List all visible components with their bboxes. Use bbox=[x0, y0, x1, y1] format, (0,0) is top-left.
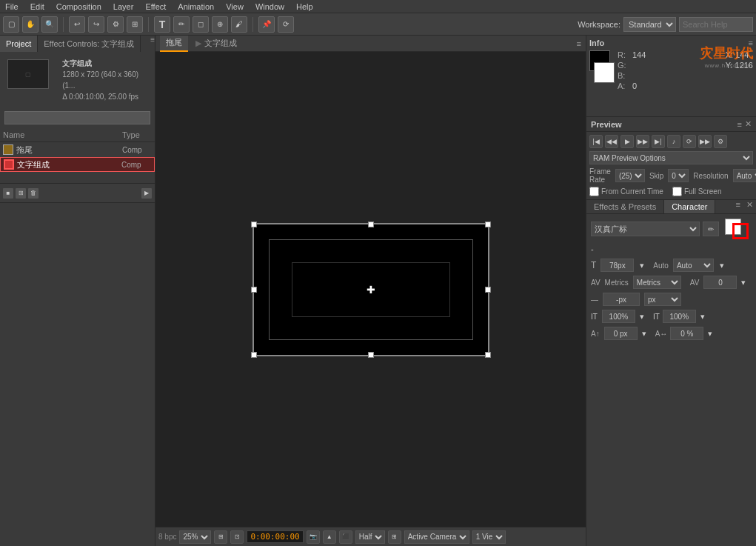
resolution-select[interactable]: Auto bbox=[733, 169, 756, 182]
pen-tool[interactable]: ✏ bbox=[173, 16, 190, 33]
handle-l[interactable] bbox=[251, 287, 257, 293]
workspace-select[interactable]: Standard bbox=[623, 17, 676, 32]
char-metrics-select[interactable]: Metrics bbox=[633, 276, 681, 289]
search-input[interactable] bbox=[679, 17, 753, 32]
menu-window[interactable]: Window bbox=[253, 2, 287, 11]
char-scale-v-input[interactable] bbox=[663, 310, 696, 323]
char-size-input[interactable] bbox=[601, 259, 634, 272]
settings-btn[interactable]: ⚙ bbox=[107, 16, 124, 33]
comp-tab-dragtail[interactable]: 拖尾 bbox=[160, 36, 188, 52]
shape-tool[interactable]: ◻ bbox=[193, 16, 209, 33]
handle-r[interactable] bbox=[485, 287, 491, 293]
menu-help[interactable]: Help bbox=[294, 2, 315, 11]
char-size-dropdown[interactable]: ▾ bbox=[640, 261, 644, 270]
comp-btn-3[interactable]: ▲ bbox=[323, 530, 336, 544]
project-search-input[interactable] bbox=[4, 111, 150, 124]
char-pen-btn[interactable]: ✏ bbox=[703, 222, 719, 236]
project-panel-menu[interactable]: ≡ bbox=[150, 36, 155, 52]
char-scale-h-input[interactable] bbox=[602, 310, 635, 323]
handle-br[interactable] bbox=[485, 352, 491, 358]
selection-tool[interactable]: ▢ bbox=[3, 16, 19, 33]
full-screen-input[interactable] bbox=[672, 187, 682, 196]
comp-panel-menu[interactable]: ≡ bbox=[577, 39, 581, 48]
char-baseline-dropdown[interactable]: ▾ bbox=[642, 329, 646, 339]
preview-next-btn[interactable]: ▶▶ bbox=[636, 135, 649, 148]
char-leading-select[interactable]: px bbox=[644, 293, 681, 306]
hand-tool[interactable]: ✋ bbox=[22, 16, 39, 33]
char-leading-input[interactable] bbox=[603, 293, 640, 306]
preview-loop-btn[interactable]: ⟳ bbox=[683, 135, 696, 148]
comp-btn-2[interactable]: ⊡ bbox=[230, 530, 244, 544]
puppet-tool[interactable]: 📌 bbox=[258, 16, 275, 33]
from-current-time-check[interactable]: From Current Time bbox=[589, 187, 663, 196]
panel-icon-1[interactable]: ■ bbox=[3, 188, 13, 199]
char-stroke-swatch[interactable] bbox=[732, 223, 749, 239]
quality-select[interactable]: Half bbox=[355, 530, 385, 544]
from-current-time-input[interactable] bbox=[589, 187, 599, 196]
char-font-select[interactable]: 汉真广标 bbox=[591, 222, 700, 236]
roto-tool[interactable]: ⟳ bbox=[278, 16, 294, 33]
preview-prev-btn[interactable]: ◀◀ bbox=[605, 135, 618, 148]
null-btn[interactable]: ⊞ bbox=[127, 16, 143, 33]
char-auto-select[interactable]: Auto bbox=[673, 259, 714, 272]
handle-t[interactable] bbox=[368, 222, 374, 227]
preview-panel-close[interactable]: ✕ bbox=[745, 119, 752, 129]
view-select[interactable]: Active Camera bbox=[404, 530, 469, 544]
clone-tool[interactable]: ⊕ bbox=[212, 16, 228, 33]
menu-composition[interactable]: Composition bbox=[54, 2, 104, 11]
preview-play-btn[interactable]: ▶ bbox=[620, 135, 634, 148]
full-screen-check[interactable]: Full Screen bbox=[672, 187, 722, 196]
menu-edit[interactable]: Edit bbox=[28, 2, 47, 11]
zoom-tool[interactable]: 🔍 bbox=[41, 16, 58, 33]
char-scale-h-dropdown[interactable]: ▾ bbox=[640, 312, 644, 322]
menu-animation[interactable]: Animation bbox=[175, 2, 216, 11]
file-item-dragtail[interactable]: 拖尾 Comp bbox=[0, 142, 155, 157]
preview-ram-play-btn[interactable]: ▶▶ bbox=[698, 135, 712, 148]
file-item-textcomp[interactable]: 文字组成 Comp bbox=[0, 157, 155, 172]
panel-icon-4[interactable]: ▶ bbox=[141, 188, 152, 199]
preview-audio-btn[interactable]: ♪ bbox=[667, 135, 680, 148]
preview-last-btn[interactable]: ▶| bbox=[652, 135, 665, 148]
handle-tr[interactable] bbox=[485, 222, 491, 227]
char-tsume-input[interactable] bbox=[670, 327, 703, 340]
handle-tl[interactable] bbox=[251, 222, 257, 227]
menu-view[interactable]: View bbox=[224, 2, 246, 11]
panel-icon-3[interactable]: 🗑 bbox=[28, 188, 39, 199]
menu-effect[interactable]: Effect bbox=[143, 2, 168, 11]
tab-effect-controls[interactable]: Effect Controls: 文字组成 bbox=[38, 36, 141, 52]
character-close[interactable]: ✕ bbox=[743, 200, 756, 213]
effects-char-menu[interactable]: ≡ bbox=[733, 200, 743, 213]
tab-effects-presets[interactable]: Effects & Presets bbox=[586, 200, 664, 213]
comp-btn-5[interactable]: ⊞ bbox=[388, 530, 401, 544]
preview-first-btn[interactable]: |◀ bbox=[589, 135, 603, 148]
char-scale-v-dropdown[interactable]: ▾ bbox=[700, 312, 705, 322]
text-tool[interactable]: T bbox=[154, 16, 170, 33]
comp-btn-camera[interactable]: 📷 bbox=[307, 530, 320, 544]
comp-btn-4[interactable]: ⬛ bbox=[339, 530, 352, 544]
char-tsume-dropdown[interactable]: ▾ bbox=[708, 329, 712, 339]
comp-canvas[interactable]: ✚ bbox=[252, 223, 489, 356]
tab-character[interactable]: Character bbox=[664, 200, 715, 213]
brush-tool[interactable]: 🖌 bbox=[231, 16, 247, 33]
preview-panel-menu[interactable]: ≡ bbox=[737, 120, 742, 129]
handle-bl[interactable] bbox=[251, 352, 257, 358]
comp-btn-1[interactable]: ⊞ bbox=[214, 530, 227, 544]
skip-select[interactable]: 0 bbox=[668, 169, 689, 182]
background-swatch[interactable] bbox=[594, 62, 615, 83]
char-kerning-input[interactable] bbox=[703, 276, 737, 289]
handle-b[interactable] bbox=[368, 352, 374, 358]
char-baseline-input[interactable] bbox=[604, 327, 638, 340]
menu-file[interactable]: File bbox=[3, 2, 21, 11]
zoom-select[interactable]: 25% bbox=[179, 530, 211, 544]
char-kerning-dropdown[interactable]: ▾ bbox=[741, 278, 746, 287]
redo-btn[interactable]: ↪ bbox=[88, 16, 104, 33]
panel-icon-2[interactable]: ⊞ bbox=[16, 188, 26, 199]
menu-layer[interactable]: Layer bbox=[111, 2, 136, 11]
tab-project[interactable]: Project bbox=[0, 36, 38, 52]
ram-preview-select[interactable]: RAM Preview Options bbox=[589, 151, 753, 164]
preview-settings-btn[interactable]: ⚙ bbox=[714, 135, 727, 148]
char-auto-more[interactable]: ▾ bbox=[720, 261, 724, 270]
views-count-select[interactable]: 1 Vie bbox=[472, 530, 506, 544]
frame-rate-select[interactable]: (25) bbox=[615, 169, 645, 182]
undo-btn[interactable]: ↩ bbox=[69, 16, 85, 33]
